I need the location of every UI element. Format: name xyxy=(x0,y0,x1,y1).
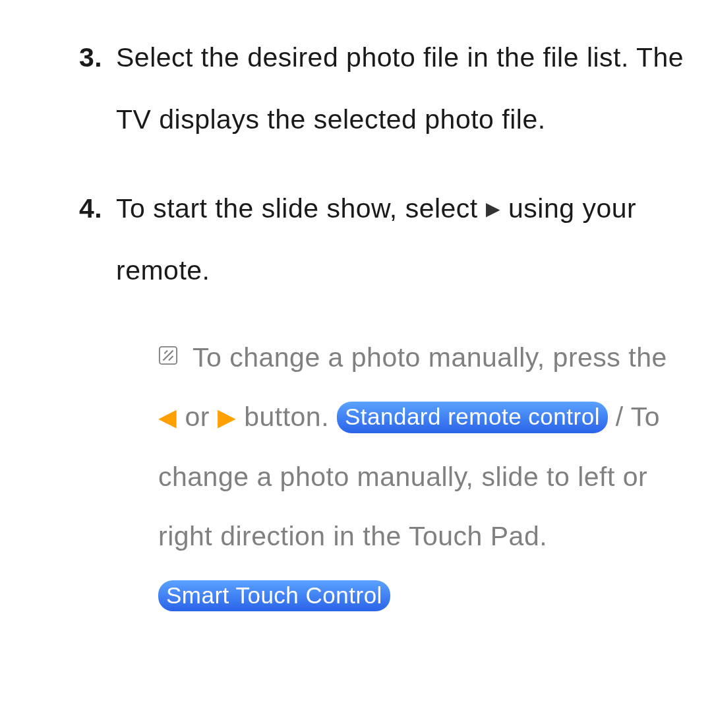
svg-line-2 xyxy=(164,351,167,354)
svg-line-3 xyxy=(169,356,173,361)
badge-standard-remote: Standard remote control xyxy=(337,402,608,433)
step-number: 4. xyxy=(79,177,116,302)
step-4: 4. To start the slide show, select ▶ usi… xyxy=(79,177,686,302)
manual-page: 3. Select the desired photo file in the … xyxy=(0,0,712,652)
arrow-left-icon: ◀ xyxy=(158,391,177,443)
svg-line-1 xyxy=(163,351,173,361)
note-text-1: To change a photo manually, press the xyxy=(193,342,667,373)
step-number: 3. xyxy=(79,26,116,151)
play-icon: ▶ xyxy=(486,188,501,230)
step-body: Select the desired photo file in the fil… xyxy=(116,26,686,151)
note-text-or: or xyxy=(177,402,218,432)
note-icon xyxy=(158,346,178,365)
step-body: To start the slide show, select ▶ using … xyxy=(116,177,686,302)
step-3: 3. Select the desired photo file in the … xyxy=(79,26,686,151)
badge-smart-touch: Smart Touch Control xyxy=(158,580,390,612)
step-text-a: To start the slide show, select xyxy=(116,193,486,224)
note: To change a photo manually, press the ◀ … xyxy=(79,328,686,625)
note-text-2: button. xyxy=(236,402,337,432)
arrow-right-icon: ▶ xyxy=(218,391,237,443)
